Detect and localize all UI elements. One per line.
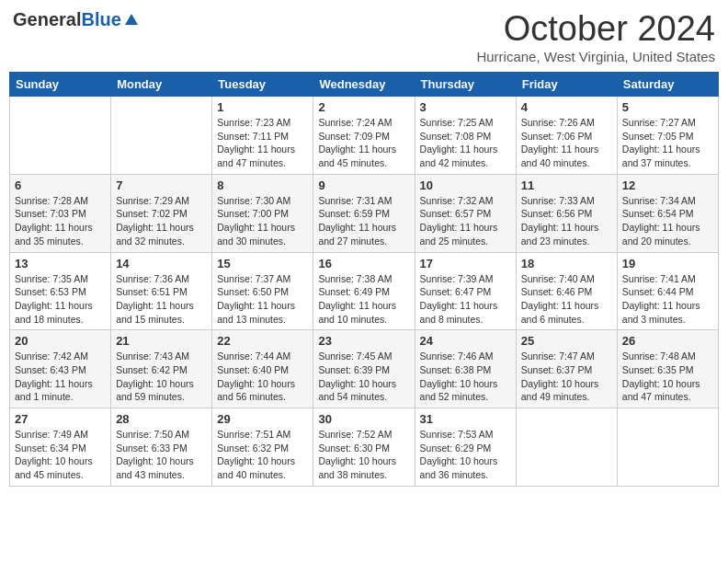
- day-info: Sunrise: 7:39 AM Sunset: 6:47 PM Dayligh…: [420, 272, 511, 327]
- day-number: 9: [318, 178, 409, 192]
- day-info: Sunrise: 7:31 AM Sunset: 6:59 PM Dayligh…: [318, 194, 409, 248]
- day-info: Sunrise: 7:29 AM Sunset: 7:02 PM Dayligh…: [116, 194, 207, 248]
- calendar-week-row: 6Sunrise: 7:28 AM Sunset: 7:03 PM Daylig…: [10, 174, 719, 252]
- calendar-cell: 12Sunrise: 7:34 AM Sunset: 6:54 PM Dayli…: [617, 174, 718, 252]
- calendar-cell: 14Sunrise: 7:36 AM Sunset: 6:51 PM Dayli…: [111, 252, 212, 330]
- calendar-cell: [617, 408, 718, 487]
- day-number: 30: [318, 412, 409, 426]
- calendar-cell: [10, 97, 111, 175]
- title-block: October 2024 Hurricane, West Virginia, U…: [476, 9, 715, 64]
- day-info: Sunrise: 7:26 AM Sunset: 7:06 PM Dayligh…: [521, 116, 612, 170]
- day-info: Sunrise: 7:45 AM Sunset: 6:39 PM Dayligh…: [318, 350, 409, 404]
- day-number: 3: [420, 100, 511, 114]
- day-info: Sunrise: 7:50 AM Sunset: 6:33 PM Dayligh…: [116, 428, 207, 482]
- calendar-cell: 2Sunrise: 7:24 AM Sunset: 7:09 PM Daylig…: [313, 97, 415, 175]
- day-number: 7: [116, 178, 207, 192]
- calendar-cell: 17Sunrise: 7:39 AM Sunset: 6:47 PM Dayli…: [415, 252, 516, 330]
- day-info: Sunrise: 7:24 AM Sunset: 7:09 PM Dayligh…: [318, 116, 409, 170]
- calendar-cell: 6Sunrise: 7:28 AM Sunset: 7:03 PM Daylig…: [10, 174, 111, 252]
- calendar-week-row: 20Sunrise: 7:42 AM Sunset: 6:43 PM Dayli…: [10, 330, 719, 408]
- calendar-cell: 1Sunrise: 7:23 AM Sunset: 7:11 PM Daylig…: [212, 97, 313, 175]
- day-info: Sunrise: 7:46 AM Sunset: 6:38 PM Dayligh…: [420, 350, 511, 404]
- day-info: Sunrise: 7:32 AM Sunset: 6:57 PM Dayligh…: [420, 194, 511, 248]
- calendar-cell: 27Sunrise: 7:49 AM Sunset: 6:34 PM Dayli…: [10, 408, 111, 487]
- day-number: 11: [521, 178, 612, 192]
- day-info: Sunrise: 7:52 AM Sunset: 6:30 PM Dayligh…: [318, 428, 409, 482]
- day-number: 19: [622, 257, 713, 270]
- day-info: Sunrise: 7:53 AM Sunset: 6:29 PM Dayligh…: [420, 428, 511, 482]
- day-of-week-header: Saturday: [617, 73, 718, 97]
- calendar-cell: 22Sunrise: 7:44 AM Sunset: 6:40 PM Dayli…: [212, 330, 313, 408]
- calendar-cell: [111, 97, 212, 175]
- calendar-cell: 30Sunrise: 7:52 AM Sunset: 6:30 PM Dayli…: [313, 408, 415, 487]
- day-number: 26: [622, 334, 713, 348]
- location-subtitle: Hurricane, West Virginia, United States: [476, 49, 715, 64]
- calendar-cell: 24Sunrise: 7:46 AM Sunset: 6:38 PM Dayli…: [415, 330, 516, 408]
- day-info: Sunrise: 7:48 AM Sunset: 6:35 PM Dayligh…: [622, 350, 713, 404]
- day-of-week-header: Monday: [111, 73, 212, 97]
- calendar-cell: 3Sunrise: 7:25 AM Sunset: 7:08 PM Daylig…: [415, 97, 516, 175]
- day-number: 18: [521, 257, 612, 270]
- calendar-cell: 15Sunrise: 7:37 AM Sunset: 6:50 PM Dayli…: [212, 252, 313, 330]
- calendar-cell: 7Sunrise: 7:29 AM Sunset: 7:02 PM Daylig…: [111, 174, 212, 252]
- day-number: 22: [217, 334, 308, 348]
- calendar-week-row: 27Sunrise: 7:49 AM Sunset: 6:34 PM Dayli…: [10, 408, 719, 487]
- logo: GeneralBlue: [13, 9, 140, 30]
- calendar-header-row: SundayMondayTuesdayWednesdayThursdayFrid…: [10, 73, 719, 97]
- day-info: Sunrise: 7:33 AM Sunset: 6:56 PM Dayligh…: [521, 194, 612, 248]
- day-number: 31: [420, 412, 511, 426]
- day-number: 12: [622, 178, 713, 192]
- day-info: Sunrise: 7:25 AM Sunset: 7:08 PM Dayligh…: [420, 116, 511, 170]
- day-info: Sunrise: 7:44 AM Sunset: 6:40 PM Dayligh…: [217, 350, 308, 404]
- day-number: 28: [116, 412, 207, 426]
- day-info: Sunrise: 7:40 AM Sunset: 6:46 PM Dayligh…: [521, 272, 612, 327]
- calendar-cell: 25Sunrise: 7:47 AM Sunset: 6:37 PM Dayli…: [516, 330, 617, 408]
- calendar-cell: 8Sunrise: 7:30 AM Sunset: 7:00 PM Daylig…: [212, 174, 313, 252]
- day-number: 16: [318, 257, 409, 270]
- day-number: 4: [521, 100, 612, 114]
- day-number: 13: [15, 257, 106, 270]
- calendar-week-row: 13Sunrise: 7:35 AM Sunset: 6:53 PM Dayli…: [10, 252, 719, 330]
- day-number: 20: [15, 334, 106, 348]
- calendar-cell: 28Sunrise: 7:50 AM Sunset: 6:33 PM Dayli…: [111, 408, 212, 487]
- calendar-cell: 31Sunrise: 7:53 AM Sunset: 6:29 PM Dayli…: [415, 408, 516, 487]
- day-number: 21: [116, 334, 207, 348]
- day-info: Sunrise: 7:27 AM Sunset: 7:05 PM Dayligh…: [622, 116, 713, 170]
- day-number: 17: [420, 257, 511, 270]
- day-info: Sunrise: 7:41 AM Sunset: 6:44 PM Dayligh…: [622, 272, 713, 327]
- day-number: 24: [420, 334, 511, 348]
- calendar-cell: 26Sunrise: 7:48 AM Sunset: 6:35 PM Dayli…: [617, 330, 718, 408]
- day-info: Sunrise: 7:49 AM Sunset: 6:34 PM Dayligh…: [15, 428, 106, 482]
- month-title: October 2024: [476, 9, 715, 49]
- calendar-table: SundayMondayTuesdayWednesdayThursdayFrid…: [9, 72, 719, 487]
- day-of-week-header: Wednesday: [313, 73, 415, 97]
- day-of-week-header: Sunday: [10, 73, 111, 97]
- day-number: 29: [217, 412, 308, 426]
- day-number: 2: [318, 100, 409, 114]
- day-number: 1: [217, 100, 308, 114]
- day-info: Sunrise: 7:34 AM Sunset: 6:54 PM Dayligh…: [622, 194, 713, 248]
- calendar-cell: [516, 408, 617, 487]
- day-info: Sunrise: 7:37 AM Sunset: 6:50 PM Dayligh…: [217, 272, 308, 327]
- calendar-cell: 11Sunrise: 7:33 AM Sunset: 6:56 PM Dayli…: [516, 174, 617, 252]
- calendar-week-row: 1Sunrise: 7:23 AM Sunset: 7:11 PM Daylig…: [10, 97, 719, 175]
- logo-icon: [123, 12, 140, 29]
- calendar-cell: 18Sunrise: 7:40 AM Sunset: 6:46 PM Dayli…: [516, 252, 617, 330]
- calendar-cell: 21Sunrise: 7:43 AM Sunset: 6:42 PM Dayli…: [111, 330, 212, 408]
- day-info: Sunrise: 7:28 AM Sunset: 7:03 PM Dayligh…: [15, 194, 106, 248]
- day-info: Sunrise: 7:51 AM Sunset: 6:32 PM Dayligh…: [217, 428, 308, 482]
- day-info: Sunrise: 7:30 AM Sunset: 7:00 PM Dayligh…: [217, 194, 308, 248]
- svg-marker-0: [125, 14, 138, 25]
- day-number: 8: [217, 178, 308, 192]
- calendar-cell: 23Sunrise: 7:45 AM Sunset: 6:39 PM Dayli…: [313, 330, 415, 408]
- day-of-week-header: Tuesday: [212, 73, 313, 97]
- calendar-cell: 10Sunrise: 7:32 AM Sunset: 6:57 PM Dayli…: [415, 174, 516, 252]
- day-number: 15: [217, 257, 308, 270]
- day-of-week-header: Thursday: [415, 73, 516, 97]
- day-number: 6: [15, 178, 106, 192]
- calendar-cell: 9Sunrise: 7:31 AM Sunset: 6:59 PM Daylig…: [313, 174, 415, 252]
- day-number: 23: [318, 334, 409, 348]
- day-info: Sunrise: 7:43 AM Sunset: 6:42 PM Dayligh…: [116, 350, 207, 404]
- day-info: Sunrise: 7:38 AM Sunset: 6:49 PM Dayligh…: [318, 272, 409, 327]
- calendar-cell: 4Sunrise: 7:26 AM Sunset: 7:06 PM Daylig…: [516, 97, 617, 175]
